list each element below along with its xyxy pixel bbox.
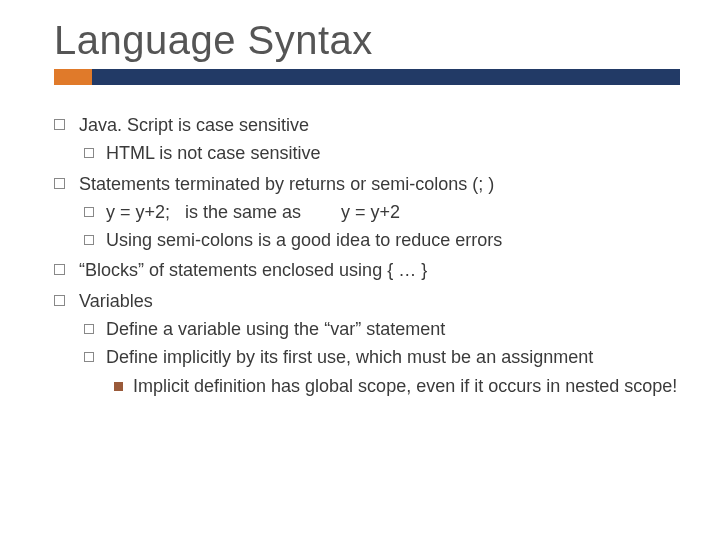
bullet-open-icon xyxy=(84,352,94,362)
bullet-open-icon xyxy=(84,207,94,217)
slide: Language Syntax Java. Script is case sen… xyxy=(0,0,720,540)
list-item-text: HTML is not case sensitive xyxy=(106,141,680,165)
list-item: “Blocks” of statements enclosed using { … xyxy=(54,258,680,282)
accent-bar xyxy=(54,69,680,85)
list-item: Statements terminated by returns or semi… xyxy=(54,172,680,196)
bullet-open-icon xyxy=(54,119,65,130)
bullet-open-icon xyxy=(84,324,94,334)
bullet-open-icon xyxy=(84,148,94,158)
list-item-text: Variables xyxy=(79,289,680,313)
list-item-text: y = y+2; is the same as y = y+2 xyxy=(106,200,680,224)
list-item: Variables xyxy=(54,289,680,313)
list-item: y = y+2; is the same as y = y+2 xyxy=(84,200,680,224)
list-item: HTML is not case sensitive xyxy=(84,141,680,165)
list-item-text: Define a variable using the “var” statem… xyxy=(106,317,680,341)
list-item-text: Statements terminated by returns or semi… xyxy=(79,172,680,196)
list-item-text: “Blocks” of statements enclosed using { … xyxy=(79,258,680,282)
accent-orange xyxy=(54,69,92,85)
bullet-open-icon xyxy=(54,178,65,189)
slide-title: Language Syntax xyxy=(54,18,680,63)
list-item-text: Using semi-colons is a good idea to redu… xyxy=(106,228,680,252)
list-item-text: Implicit definition has global scope, ev… xyxy=(133,374,680,398)
list-item-text: Define implicitly by its first use, whic… xyxy=(106,345,680,369)
list-item: Java. Script is case sensitive xyxy=(54,113,680,137)
list-item-text: Java. Script is case sensitive xyxy=(79,113,680,137)
list-item: Using semi-colons is a good idea to redu… xyxy=(84,228,680,252)
slide-content: Java. Script is case sensitive HTML is n… xyxy=(54,113,680,398)
bullet-open-icon xyxy=(84,235,94,245)
list-item: Define implicitly by its first use, whic… xyxy=(84,345,680,369)
accent-navy xyxy=(92,69,680,85)
list-item: Implicit definition has global scope, ev… xyxy=(114,374,680,398)
list-item: Define a variable using the “var” statem… xyxy=(84,317,680,341)
bullet-open-icon xyxy=(54,264,65,275)
bullet-open-icon xyxy=(54,295,65,306)
bullet-filled-icon xyxy=(114,382,123,391)
